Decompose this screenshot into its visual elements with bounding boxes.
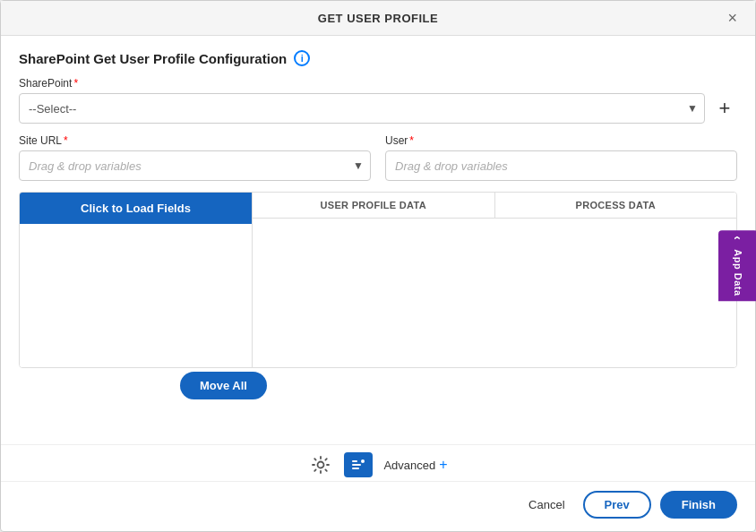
sharepoint-label: SharePoint* [19, 77, 737, 90]
section-title-row: SharePoint Get User Profile Configuratio… [19, 50, 737, 66]
fields-area: Click to Load Fields USER PROFILE DATA P… [19, 192, 737, 399]
svg-rect-4 [352, 468, 359, 469]
user-field: User* Drag & drop variables [385, 134, 737, 181]
dialog-footer: Cancel Prev Finish [1, 481, 755, 531]
user-label: User* [385, 134, 737, 147]
sharepoint-field-row: SharePoint* --Select-- ▼ + [19, 77, 737, 124]
load-fields-button[interactable]: Click to Load Fields [20, 193, 252, 224]
move-all-row: Move All [19, 372, 737, 399]
advanced-label-row: Advanced + [383, 457, 447, 473]
footer-tools: Advanced + [1, 444, 755, 481]
site-url-label: Site URL* [19, 134, 371, 147]
dialog-container: GET USER PROFILE × SharePoint Get User P… [0, 0, 756, 532]
user-input[interactable]: Drag & drop variables [385, 150, 737, 181]
app-data-tab[interactable]: ‹ App Data [718, 230, 756, 301]
site-url-field: Site URL* Drag & drop variables ▼ [19, 134, 371, 181]
sharepoint-select-wrapper: --Select-- ▼ + [19, 93, 737, 124]
svg-rect-2 [352, 460, 357, 462]
left-panel: Click to Load Fields [20, 193, 253, 367]
svg-point-0 [318, 462, 324, 468]
move-all-button[interactable]: Move All [180, 372, 267, 399]
finish-button[interactable]: Finish [660, 491, 737, 519]
info-icon[interactable]: i [294, 50, 310, 66]
tab-user-profile-data[interactable]: USER PROFILE DATA [253, 193, 495, 218]
gear-icon[interactable] [308, 452, 333, 477]
site-user-row: Site URL* Drag & drop variables ▼ User* [19, 134, 737, 181]
site-url-input-wrapper: Drag & drop variables ▼ [19, 150, 371, 181]
dialog-title: GET USER PROFILE [257, 12, 499, 25]
prev-button[interactable]: Prev [583, 491, 651, 519]
sharepoint-select[interactable]: --Select-- [19, 93, 705, 124]
left-panel-content [20, 224, 252, 367]
section-title-text: SharePoint Get User Profile Configuratio… [19, 51, 287, 66]
advanced-text: Advanced [383, 459, 435, 472]
advanced-plus-icon[interactable]: + [439, 457, 447, 473]
svg-rect-3 [352, 464, 361, 466]
sharepoint-add-button[interactable]: + [712, 96, 737, 121]
dialog-header: GET USER PROFILE × [1, 1, 755, 36]
right-tabs: USER PROFILE DATA PROCESS DATA [253, 193, 736, 219]
sharepoint-select-container: --Select-- ▼ [19, 93, 705, 124]
advanced-icon[interactable] [344, 452, 373, 477]
right-panel: USER PROFILE DATA PROCESS DATA [253, 193, 736, 367]
tab-process-data[interactable]: PROCESS DATA [495, 193, 737, 218]
cancel-button[interactable]: Cancel [520, 493, 573, 517]
app-data-label: App Data [733, 249, 743, 296]
site-url-input[interactable]: Drag & drop variables [19, 150, 371, 181]
right-panel-content [253, 219, 736, 367]
svg-point-5 [361, 459, 365, 463]
fields-section: Click to Load Fields USER PROFILE DATA P… [19, 192, 737, 368]
dialog-body: SharePoint Get User Profile Configuratio… [1, 36, 755, 444]
app-data-chevron: ‹ [731, 236, 745, 240]
close-button[interactable]: × [724, 10, 741, 26]
